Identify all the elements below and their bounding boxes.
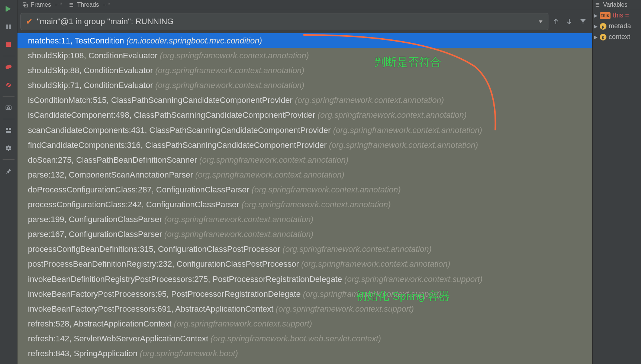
frame-row[interactable]: findCandidateComponents:316, ClassPathSc… bbox=[17, 137, 592, 152]
frame-package-text: (org.springframework.context.annotation) bbox=[164, 215, 313, 224]
tab-frames[interactable]: Frames →* bbox=[23, 1, 62, 8]
frame-main-text: doProcessConfigurationClass:287, Configu… bbox=[28, 185, 252, 194]
frame-main-text: shouldSkip:71, ConditionEvaluator bbox=[28, 81, 155, 90]
frame-row[interactable]: shouldSkip:108, ConditionEvaluator (org.… bbox=[17, 48, 592, 63]
frame-row[interactable]: invokeBeanFactoryPostProcessors:691, Abs… bbox=[17, 301, 592, 316]
thread-selector-row: ✔ "main"@1 in group "main": RUNNING bbox=[17, 10, 592, 33]
svg-rect-12 bbox=[9, 128, 11, 130]
frame-row[interactable]: parse:199, ConfigurationClassParser (org… bbox=[17, 212, 592, 227]
svg-rect-3 bbox=[9, 25, 11, 29]
frame-row[interactable]: shouldSkip:88, ConditionEvaluator (org.s… bbox=[17, 63, 592, 78]
frame-main-text: shouldSkip:88, ConditionEvaluator bbox=[28, 66, 155, 75]
parameter-badge: p bbox=[600, 23, 606, 30]
debug-action-gutter bbox=[0, 0, 17, 364]
frame-row[interactable]: processConfigBeanDefinitions:315, Config… bbox=[17, 241, 592, 256]
filter-icon[interactable] bbox=[580, 18, 586, 25]
frame-row[interactable]: refresh:528, AbstractApplicationContext … bbox=[17, 316, 592, 331]
frame-row[interactable]: refresh:843, SpringApplication (org.spri… bbox=[17, 346, 592, 361]
frame-down-icon[interactable] bbox=[566, 18, 572, 25]
popout-icon[interactable]: →* bbox=[102, 1, 110, 8]
expand-icon[interactable]: ▶ bbox=[594, 35, 597, 40]
frame-package-text: (org.springframework.context.support) bbox=[174, 319, 312, 328]
dropdown-icon[interactable] bbox=[538, 20, 543, 23]
frame-row[interactable]: refresh:142, ServletWebServerApplication… bbox=[17, 331, 592, 346]
svg-marker-19 bbox=[539, 20, 542, 23]
frame-row[interactable]: postProcessBeanDefinitionRegistry:232, C… bbox=[17, 256, 592, 271]
frame-package-text: (org.springframework.context.annotation) bbox=[242, 200, 391, 209]
frame-package-text: (org.springframework.context.annotation) bbox=[195, 170, 344, 179]
frame-package-text: (org.springframework.context.support) bbox=[276, 304, 414, 313]
pin-icon[interactable] bbox=[3, 166, 14, 176]
frame-row[interactable]: invokeBeanFactoryPostProcessors:95, Post… bbox=[17, 286, 592, 301]
frame-main-text: findCandidateComponents:316, ClassPathSc… bbox=[28, 140, 329, 150]
svg-point-10 bbox=[7, 107, 10, 109]
expand-icon[interactable]: ▶ bbox=[594, 13, 597, 18]
frame-package-text: (org.springframework.context.annotation) bbox=[164, 230, 313, 239]
frame-up-icon[interactable] bbox=[553, 18, 559, 25]
frame-main-text: doScan:275, ClassPathBeanDefinitionScann… bbox=[28, 155, 199, 165]
frame-main-text: postProcessBeanDefinitionRegistry:232, C… bbox=[28, 259, 301, 269]
variable-name: metada bbox=[609, 22, 631, 30]
frame-main-text: matches:11, TestCondition bbox=[28, 36, 126, 45]
view-breakpoints-icon[interactable] bbox=[3, 62, 14, 72]
frame-main-text: parse:132, ComponentScanAnnotationParser bbox=[28, 170, 195, 179]
svg-rect-4 bbox=[6, 42, 11, 47]
frame-row[interactable]: parse:167, ConfigurationClassParser (org… bbox=[17, 227, 592, 241]
variable-name: context bbox=[609, 33, 630, 41]
frame-row[interactable]: isConditionMatch:515, ClassPathScanningC… bbox=[17, 92, 592, 107]
parameter-badge: p bbox=[600, 34, 606, 40]
settings-icon[interactable] bbox=[3, 143, 14, 153]
thread-dump-icon[interactable] bbox=[3, 103, 14, 113]
this-badge: this bbox=[600, 12, 611, 19]
frame-package-text: (org.springframework.context.annotation) bbox=[252, 185, 401, 194]
frame-package-text: (org.springframework.boot) bbox=[140, 349, 238, 358]
check-icon: ✔ bbox=[26, 17, 32, 26]
frame-package-text: (org.springframework.context.annotation) bbox=[155, 66, 304, 75]
frame-row[interactable]: shouldSkip:71, ConditionEvaluator (org.s… bbox=[17, 78, 592, 92]
resume-icon[interactable] bbox=[3, 4, 14, 14]
mute-breakpoints-icon[interactable] bbox=[3, 80, 14, 90]
frame-row[interactable]: doScan:275, ClassPathBeanDefinitionScann… bbox=[17, 152, 592, 167]
tab-threads[interactable]: Threads →* bbox=[69, 1, 110, 8]
frame-package-text: (org.springframework.context.annotation) bbox=[329, 140, 478, 150]
frame-package-text: (org.springframework.context.annotation) bbox=[318, 110, 467, 120]
frame-row[interactable]: invokeBeanDefinitionRegistryPostProcesso… bbox=[17, 272, 592, 286]
popout-icon[interactable]: →* bbox=[54, 1, 62, 8]
frame-package-text: (org.springframework.context.annotation) bbox=[199, 155, 348, 165]
thread-selector[interactable]: ✔ "main"@1 in group "main": RUNNING bbox=[20, 13, 548, 30]
frame-main-text: scanCandidateComponents:431, ClassPathSc… bbox=[28, 126, 333, 135]
expand-icon[interactable]: ▶ bbox=[594, 24, 597, 29]
variable-row[interactable]: ▶pcontext bbox=[593, 32, 641, 42]
frame-main-text: shouldSkip:108, ConditionEvaluator bbox=[28, 51, 160, 60]
frame-package-text: (org.springframework.context.support) bbox=[303, 289, 441, 299]
frames-panel: Frames →* Threads →* ✔ "main"@1 in group… bbox=[17, 0, 592, 364]
frames-list[interactable]: 判断是否符合 初始化 Spring 容器 matches:11, TestCon… bbox=[17, 33, 592, 364]
layout-icon[interactable] bbox=[3, 125, 14, 136]
gutter-divider bbox=[3, 119, 15, 119]
frame-row[interactable]: parse:132, ComponentScanAnnotationParser… bbox=[17, 167, 592, 182]
frame-row[interactable]: scanCandidateComponents:431, ClassPathSc… bbox=[17, 123, 592, 137]
svg-rect-13 bbox=[6, 131, 11, 133]
svg-rect-2 bbox=[6, 25, 8, 29]
tab-threads-label: Threads bbox=[77, 1, 99, 8]
pause-icon[interactable] bbox=[3, 22, 14, 32]
variable-row[interactable]: ▶pmetada bbox=[593, 21, 641, 32]
frame-row[interactable]: matches:11, TestCondition (cn.iocoder.sp… bbox=[17, 33, 592, 48]
svg-marker-0 bbox=[6, 6, 11, 12]
gutter-divider bbox=[3, 96, 15, 97]
frame-package-text: (org.springframework.context.annotation) bbox=[333, 126, 482, 135]
frame-main-text: invokeBeanFactoryPostProcessors:95, Post… bbox=[28, 289, 303, 299]
frames-tabbar: Frames →* Threads →* bbox=[17, 0, 592, 10]
frame-main-text: refresh:843, SpringApplication bbox=[28, 349, 140, 358]
frame-package-text: (org.springframework.context.annotation) bbox=[160, 51, 309, 60]
frame-main-text: isConditionMatch:515, ClassPathScanningC… bbox=[28, 95, 295, 105]
frame-row[interactable]: processConfigurationClass:242, Configura… bbox=[17, 197, 592, 212]
stop-icon[interactable] bbox=[3, 39, 14, 50]
frame-row[interactable]: isCandidateComponent:498, ClassPathScann… bbox=[17, 107, 592, 122]
frames-stack-icon bbox=[23, 2, 28, 7]
svg-marker-22 bbox=[580, 19, 586, 24]
frame-row[interactable]: doProcessConfigurationClass:287, Configu… bbox=[17, 182, 592, 197]
frame-package-text: (org.springframework.context.annotation) bbox=[283, 244, 432, 254]
variable-row[interactable]: ▶thisthis = bbox=[593, 10, 641, 21]
frame-nav-icons bbox=[553, 18, 589, 25]
